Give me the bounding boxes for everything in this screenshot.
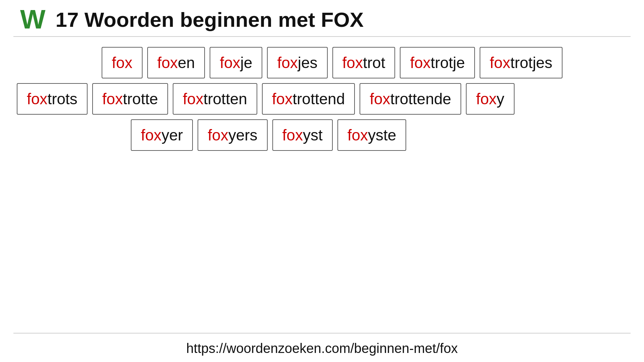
word-foxtrotte[interactable]: foxtrotte	[92, 83, 168, 115]
word-foxtrotten[interactable]: foxtrotten	[173, 83, 257, 115]
word-row-3: foxyer foxyers foxyst foxyste	[17, 119, 627, 151]
logo: W	[20, 6, 46, 33]
word-row-2: foxtrots foxtrotte foxtrotten foxtrotten…	[17, 83, 627, 115]
word-row-1: fox foxen foxje foxjes foxtrot foxtrotje…	[17, 47, 627, 78]
word-grid: fox foxen foxje foxjes foxtrot foxtrotje…	[0, 37, 644, 333]
word-fox[interactable]: fox	[102, 47, 142, 78]
page-header: W 17 Woorden beginnen met FOX	[0, 0, 644, 36]
word-foxyst[interactable]: foxyst	[272, 119, 333, 151]
footer-url: https://woordenzoeken.com/beginnen-met/f…	[186, 341, 458, 356]
word-foxtrot[interactable]: foxtrot	[332, 47, 395, 78]
word-foxy[interactable]: foxy	[466, 83, 514, 115]
word-foxtrotjes[interactable]: foxtrotjes	[480, 47, 562, 78]
page-title: 17 Woorden beginnen met FOX	[56, 8, 364, 32]
word-foxyste[interactable]: foxyste	[337, 119, 407, 151]
word-foxyer[interactable]: foxyer	[131, 119, 193, 151]
word-foxje[interactable]: foxje	[210, 47, 262, 78]
word-foxtrottend[interactable]: foxtrottend	[262, 83, 355, 115]
word-foxtrottende[interactable]: foxtrottende	[360, 83, 461, 115]
word-foxjes[interactable]: foxjes	[267, 47, 327, 78]
footer: https://woordenzoeken.com/beginnen-met/f…	[0, 334, 644, 362]
word-foxtrots[interactable]: foxtrots	[17, 83, 88, 115]
word-foxen[interactable]: foxen	[147, 47, 205, 78]
word-foxyers[interactable]: foxyers	[198, 119, 267, 151]
word-foxtrotje[interactable]: foxtrotje	[400, 47, 475, 78]
